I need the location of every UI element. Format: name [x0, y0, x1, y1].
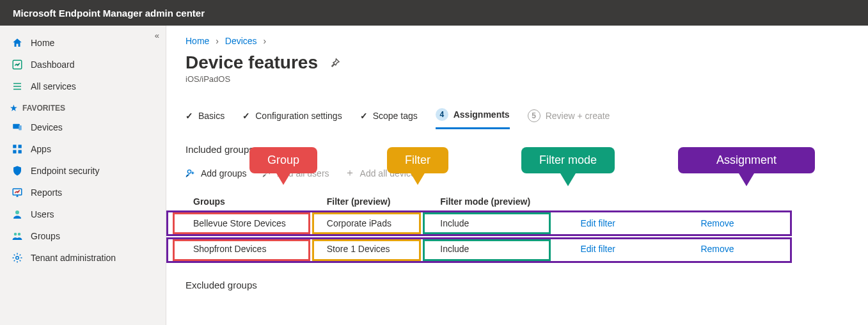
- page-title: Device features: [185, 52, 318, 73]
- cell-mode: Include: [432, 236, 572, 262]
- svg-rect-6: [19, 150, 22, 154]
- sidebar-item-label: Dashboard: [31, 59, 75, 70]
- svg-point-11: [16, 257, 19, 260]
- shield-icon: [12, 165, 23, 177]
- cell-filter: Store 1 Devices: [319, 236, 432, 262]
- chevron-right-icon: ›: [264, 36, 267, 46]
- sidebar-item-label: Devices: [31, 122, 63, 132]
- breadcrumb: Home › Devices ›: [185, 36, 849, 46]
- annotation-filter-mode: Filter mode: [521, 147, 615, 173]
- svg-rect-5: [13, 150, 16, 154]
- pin-icon[interactable]: [329, 57, 341, 68]
- cell-group: Bellevue Store Devices: [185, 210, 319, 236]
- groups-icon: [12, 230, 23, 242]
- app-title: Microsoft Endpoint Manager admin center: [13, 8, 205, 19]
- cell-mode: Include: [432, 210, 572, 236]
- dashboard-icon: [12, 59, 23, 70]
- sidebar-item-label: Groups: [31, 231, 60, 241]
- excluded-groups-label: Excluded groups: [185, 280, 849, 290]
- page-subtitle: iOS/iPadOS: [185, 74, 849, 84]
- annotation-assignment: Assignment: [678, 147, 815, 173]
- table-row: Bellevue Store Devices Corporate iPads I…: [185, 210, 793, 236]
- main-content: Home › Devices › Device features iOS/iPa…: [166, 26, 868, 325]
- wizard-step-scope[interactable]: ✓ Scope tags: [360, 111, 418, 127]
- svg-rect-1: [13, 124, 20, 129]
- user-icon: [12, 209, 23, 220]
- person-add-icon: [185, 168, 196, 178]
- check-icon: ✓: [185, 111, 193, 121]
- wizard-step-config[interactable]: ✓ Configuration settings: [242, 111, 342, 127]
- svg-rect-4: [19, 145, 22, 148]
- devices-icon: [12, 122, 23, 133]
- sidebar-item-reports[interactable]: Reports: [0, 182, 166, 203]
- col-filter: Filter (preview): [319, 193, 432, 210]
- sidebar-favorites-header: ★ FAVORITES: [0, 97, 166, 116]
- col-filter-mode: Filter mode (preview): [432, 193, 572, 210]
- sidebar-item-apps[interactable]: Apps: [0, 138, 166, 160]
- sidebar-item-label: Reports: [31, 187, 62, 198]
- sidebar-item-groups[interactable]: Groups: [0, 225, 166, 247]
- assignments-table-wrap: Groups Filter (preview) Filter mode (pre…: [185, 193, 849, 262]
- annotation-group: Group: [249, 147, 317, 173]
- cell-filter: Corporate iPads: [319, 210, 432, 236]
- assignments-table: Groups Filter (preview) Filter mode (pre…: [185, 193, 793, 262]
- col-remove: [693, 193, 793, 210]
- edit-filter-link[interactable]: Edit filter: [572, 210, 693, 236]
- svg-point-9: [14, 233, 17, 236]
- sidebar-item-label: Endpoint security: [31, 166, 99, 176]
- sidebar-item-devices[interactable]: Devices: [0, 116, 166, 138]
- home-icon: [12, 37, 23, 49]
- chevron-right-icon: ›: [216, 36, 219, 46]
- sidebar-item-home[interactable]: Home: [0, 32, 166, 54]
- sidebar-item-label: Users: [31, 209, 54, 219]
- sidebar-item-label: Tenant administration: [31, 253, 116, 263]
- sidebar-item-label: All services: [31, 81, 76, 91]
- wizard-steps: ✓ Basics ✓ Configuration settings ✓ Scop…: [185, 108, 849, 130]
- sidebar-item-users[interactable]: Users: [0, 203, 166, 225]
- svg-point-8: [15, 210, 19, 214]
- wizard-step-review[interactable]: 5 Review + create: [528, 109, 610, 129]
- annotation-filter: Filter: [387, 147, 448, 173]
- apps-icon: [12, 143, 23, 155]
- check-icon: ✓: [360, 111, 368, 121]
- check-icon: ✓: [242, 111, 250, 121]
- svg-point-12: [187, 170, 191, 173]
- add-groups-button[interactable]: Add groups: [185, 166, 247, 180]
- star-icon: ★: [10, 104, 17, 113]
- table-row: Shopfront Devices Store 1 Devices Includ…: [185, 236, 793, 262]
- sidebar: « Home Dashboard All services ★ FAVORITE…: [0, 26, 166, 325]
- sidebar-item-dashboard[interactable]: Dashboard: [0, 54, 166, 75]
- plus-icon: ＋: [345, 166, 355, 180]
- list-icon: [12, 81, 23, 92]
- step-number-badge: 4: [436, 108, 448, 121]
- svg-point-10: [18, 233, 21, 236]
- edit-filter-link[interactable]: Edit filter: [572, 236, 693, 262]
- breadcrumb-devices[interactable]: Devices: [225, 36, 257, 46]
- gear-icon: [12, 252, 23, 264]
- sidebar-item-label: Apps: [31, 144, 51, 154]
- remove-link[interactable]: Remove: [693, 236, 793, 262]
- col-edit: [572, 193, 693, 210]
- step-number-badge: 5: [528, 109, 541, 122]
- svg-rect-2: [19, 125, 22, 131]
- collapse-sidebar-icon[interactable]: «: [155, 31, 159, 40]
- svg-rect-3: [13, 145, 16, 148]
- col-groups: Groups: [185, 193, 319, 210]
- sidebar-item-label: Home: [31, 38, 54, 48]
- remove-link[interactable]: Remove: [693, 210, 793, 236]
- cell-group: Shopfront Devices: [185, 236, 319, 262]
- wizard-step-assignments[interactable]: 4 Assignments: [436, 108, 510, 129]
- wizard-step-basics[interactable]: ✓ Basics: [185, 111, 225, 127]
- sidebar-item-tenant-admin[interactable]: Tenant administration: [0, 247, 166, 269]
- sidebar-item-endpoint-security[interactable]: Endpoint security: [0, 160, 166, 182]
- reports-icon: [12, 187, 23, 198]
- sidebar-item-all-services[interactable]: All services: [0, 75, 166, 97]
- breadcrumb-home[interactable]: Home: [185, 36, 209, 46]
- app-header: Microsoft Endpoint Manager admin center: [0, 0, 868, 26]
